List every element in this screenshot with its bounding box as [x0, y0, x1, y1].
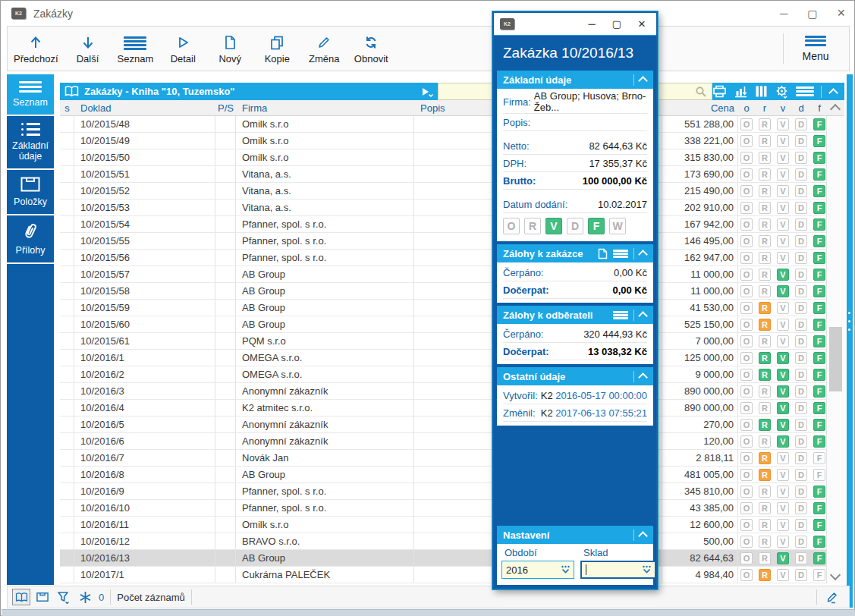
- columns-icon[interactable]: [755, 85, 768, 98]
- cerpano-row: Čerpáno: 320 444,93 Kč: [503, 325, 647, 343]
- section-menu-icon[interactable]: [613, 250, 628, 258]
- edit-button[interactable]: Změna: [300, 28, 347, 69]
- collapse-icon[interactable]: [638, 311, 648, 321]
- table-row[interactable]: 10/2016/13AB Group82 644,63ORVDF: [60, 550, 826, 567]
- table-row[interactable]: 10/2017/1Cukrárna PALEČEK4 984,40ORVDF: [60, 567, 826, 583]
- table-row[interactable]: 10/2015/57AB Group11 000,00ORVDF: [60, 266, 826, 283]
- dropdown-icon[interactable]: [641, 565, 652, 574]
- obdobi-combobox[interactable]: 2016: [501, 561, 574, 579]
- collapse-icon[interactable]: [638, 531, 648, 541]
- new-button[interactable]: Nový: [206, 28, 253, 69]
- print-icon[interactable]: [712, 85, 727, 98]
- table-row[interactable]: 10/2016/11Omilk s.r.o12 600,00ORVDF: [60, 517, 826, 533]
- list-button[interactable]: Seznam: [112, 28, 160, 69]
- column-header-flags[interactable]: o r v d f: [738, 102, 826, 114]
- filter-icon[interactable]: [55, 589, 73, 605]
- previous-button[interactable]: Předchozí: [8, 28, 64, 69]
- book-select-icon[interactable]: [421, 86, 433, 97]
- maximize-button[interactable]: ▢: [807, 8, 817, 20]
- section-settings-header[interactable]: Nastavení: [497, 526, 653, 544]
- section-advances-customer-header[interactable]: Zálohy k odběrateli: [497, 306, 653, 324]
- table-row[interactable]: 10/2015/50Omilk s.r.o315 830,00ORVDF: [60, 149, 826, 166]
- panel-titlebar[interactable]: K2 ─ ▢ ×: [494, 13, 656, 36]
- vertical-scrollbar[interactable]: [826, 116, 844, 583]
- table-row[interactable]: 10/2016/10Pfanner, spol. s r.o.43 385,00…: [60, 500, 826, 517]
- sidebar-item-prilohy[interactable]: Přílohy: [7, 215, 54, 264]
- firma-row[interactable]: Firma: AB Group; Husova; Brno-Žeb...: [503, 90, 647, 114]
- table-row[interactable]: 10/2015/61PQM s.r.o7 000,00ORVDF: [60, 333, 826, 350]
- section-menu-icon[interactable]: [613, 311, 628, 319]
- table-row[interactable]: 10/2015/52Vitana, a.s.215 490,00ORVDF: [60, 183, 826, 200]
- dropdown-icon[interactable]: [560, 565, 571, 574]
- book-view-toggle[interactable]: [12, 589, 30, 605]
- table-row[interactable]: 10/2015/55Pfanner, spol. s r.o.146 495,0…: [60, 233, 826, 250]
- new-document-icon[interactable]: [598, 248, 608, 259]
- right-edge-splitter[interactable]: [847, 74, 853, 608]
- sidebar-item-zakladni-udaje[interactable]: Základní údaje: [7, 116, 54, 170]
- edit-pencil-icon[interactable]: [823, 589, 841, 605]
- table-row[interactable]: 10/2016/3Anonymní zákazník890 000,00ORVD…: [60, 383, 826, 400]
- close-button[interactable]: ×: [837, 5, 845, 21]
- settings-gear-icon[interactable]: [775, 85, 789, 99]
- column-header-ps[interactable]: P/S: [215, 102, 236, 114]
- collapse-icon[interactable]: [638, 250, 648, 259]
- table-row[interactable]: 10/2015/59AB Group41 530,00ORVDF: [60, 300, 826, 316]
- cell-ps: [215, 400, 236, 416]
- condition-asterisk-icon[interactable]: [76, 589, 94, 605]
- scrollbar-up-corner[interactable]: [826, 100, 844, 116]
- table-row[interactable]: 10/2015/58AB Group11 000,00ORVDF: [60, 283, 826, 300]
- column-header-doklad[interactable]: Doklad: [74, 102, 215, 114]
- table-row[interactable]: 10/2015/60AB Group525 150,00ORVDF: [60, 316, 826, 333]
- flag-f: F: [813, 352, 825, 364]
- cell-doklad: 10/2015/56: [74, 250, 215, 266]
- panel-close-button[interactable]: ×: [638, 17, 646, 32]
- menu-button[interactable]: Menu: [788, 28, 843, 69]
- table-row[interactable]: 10/2015/48Omilk s.r.o551 288,00ORVDF: [60, 116, 826, 133]
- section-basic-header[interactable]: Základní údaje: [497, 71, 653, 89]
- table-row[interactable]: 10/2016/12BRAVO s.r.o.500,00ORVDF: [60, 533, 826, 550]
- minimize-button[interactable]: ─: [780, 8, 787, 20]
- cell-doklad: 10/2015/59: [74, 300, 215, 316]
- table-row[interactable]: 10/2016/2OMEGA s.r.o.9 000,00ORVDF: [60, 366, 826, 383]
- column-header-firma[interactable]: Firma: [236, 102, 414, 114]
- play-icon: [175, 33, 190, 50]
- table-row[interactable]: 10/2016/4K2 atmitec s.r.o.890 000,00ORVD…: [60, 400, 826, 416]
- panel-minimize-button[interactable]: ─: [589, 18, 596, 30]
- refresh-button[interactable]: Obnovit: [347, 28, 394, 69]
- next-button[interactable]: Další: [64, 28, 112, 69]
- collapse-grid-icon[interactable]: [828, 88, 838, 98]
- table-row[interactable]: 10/2016/7Novák Jan2 818,11ORVDF: [60, 450, 826, 467]
- collapse-icon[interactable]: [638, 76, 648, 86]
- flag-v: V: [777, 369, 789, 381]
- column-header-s[interactable]: s: [60, 102, 74, 114]
- sidebar-item-polozky[interactable]: Položky: [7, 170, 54, 215]
- popis-row[interactable]: Popis:: [503, 114, 647, 131]
- collapse-icon[interactable]: [638, 372, 648, 382]
- copy-button[interactable]: Kopie: [253, 28, 300, 69]
- datum-dodani-row[interactable]: Datum dodání: 10.02.2017: [503, 196, 647, 213]
- table-row[interactable]: 10/2015/49Omilk s.r.o338 221,00ORVDF: [60, 133, 826, 149]
- panel-maximize-button[interactable]: ▢: [612, 18, 621, 30]
- sidebar-item-seznam[interactable]: Seznam: [7, 74, 54, 116]
- table-row[interactable]: 10/2016/9Pfanner, spol. s r.o.345 810,00…: [60, 483, 826, 500]
- section-other-header[interactable]: Ostatní údaje: [497, 367, 653, 385]
- table-row[interactable]: 10/2016/5Anonymní zákazník270,00ORVDF: [60, 416, 826, 433]
- cell-firma: AB Group: [236, 550, 414, 566]
- table-row[interactable]: 10/2016/6Anonymní zákazník120,00ORVDF: [60, 433, 826, 450]
- table-row[interactable]: 10/2015/54Pfanner, spol. s r.o.167 942,0…: [60, 216, 826, 233]
- grid-book-header[interactable]: Zakázky - Kniha "10, Tuzemsko": [60, 83, 438, 100]
- table-row[interactable]: 10/2016/8AB Group481 005,00ORVDF: [60, 467, 826, 483]
- scrollbar-thumb[interactable]: [829, 327, 842, 391]
- grid-menu-icon[interactable]: [796, 86, 814, 96]
- table-row[interactable]: 10/2015/53Vitana, a.s.202 910,00ORVDF: [60, 200, 826, 216]
- detail-button[interactable]: Detail: [159, 28, 206, 69]
- scrollbar-down-icon[interactable]: [830, 570, 841, 580]
- chart-icon[interactable]: [734, 85, 748, 98]
- sklad-combobox[interactable]: [580, 561, 656, 579]
- table-row[interactable]: 10/2016/1OMEGA s.r.o.125 000,00ORVDF: [60, 350, 826, 366]
- container-toggle[interactable]: [33, 589, 52, 605]
- table-row[interactable]: 10/2015/51Vitana, a.s.173 690,00ORVDF: [60, 166, 826, 183]
- section-advances-order-header[interactable]: Zálohy k zakázce: [497, 244, 653, 262]
- column-header-cena[interactable]: Cena: [662, 102, 738, 114]
- table-row[interactable]: 10/2015/56Pfanner, spol. s r.o.162 947,0…: [60, 250, 826, 266]
